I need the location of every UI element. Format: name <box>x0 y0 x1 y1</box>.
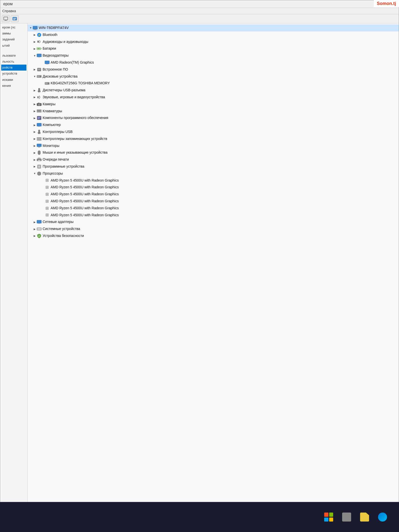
toolbar <box>0 14 399 23</box>
svg-rect-5 <box>13 19 15 20</box>
svg-text:⚡: ⚡ <box>37 33 41 37</box>
windows-logo <box>324 513 333 522</box>
battery-icon <box>37 46 42 51</box>
ryzen3-icon <box>45 192 50 197</box>
file-explorer-button[interactable] <box>358 511 371 524</box>
tree-item-ryzen-6[interactable]: AMD Ryzen 5 4500U with Radeon Graphics <box>28 212 399 219</box>
svg-rect-0 <box>4 17 8 20</box>
tree-item-battery[interactable]: ▶ Батареи <box>28 45 399 52</box>
svg-rect-62 <box>38 147 40 147</box>
chevron-software: ▶ <box>33 116 37 120</box>
tree-item-usb-hub[interactable]: ▶ Диспетчеры USB-разъема <box>28 87 399 94</box>
tree-item-security[interactable]: ▶ Устройства безопасности <box>28 232 399 239</box>
label-ryzen-1: AMD Ryzen 5 4500U with Radeon Graphics <box>51 178 119 184</box>
start-button[interactable] <box>322 511 335 524</box>
svg-rect-61 <box>37 144 41 147</box>
tree-item-sound[interactable]: ▶ Звуковые, игровые и видеоустройства <box>28 94 399 101</box>
tree-item-keyboard[interactable]: ▶ Клавиатуры <box>28 108 399 115</box>
edge-browser-icon <box>378 513 387 522</box>
label-toshiba: KBG40ZNT256G TOSHIBA MEMORY <box>51 80 110 86</box>
tree-item-network[interactable]: ▶ Сетевые адаптеры <box>28 218 399 225</box>
tree-item-cpu[interactable]: ▼ <box>28 170 399 177</box>
win-logo-q1 <box>324 513 328 517</box>
sound-icon <box>37 95 42 100</box>
svg-rect-40 <box>37 110 38 111</box>
sidebar-item-6[interactable]: льность <box>1 59 26 65</box>
tree-item-disk[interactable]: ▼ Дисковые устройства <box>28 73 399 80</box>
chevron-radeon <box>41 61 45 65</box>
menu-item-help[interactable]: Справка <box>2 9 16 13</box>
svg-rect-20 <box>38 69 40 69</box>
edge-button[interactable] <box>376 511 389 524</box>
tree-item-computer[interactable]: ▶ Компьютер <box>28 121 399 128</box>
task-view-icon <box>342 513 351 522</box>
svg-rect-54 <box>38 132 41 133</box>
tree-item-program[interactable]: ▶ Программные устройства <box>28 163 399 170</box>
tree-item-bluetooth[interactable]: ▶ ⚡ Bluetooth <box>28 31 399 38</box>
task-view-button[interactable] <box>340 511 353 524</box>
win-logo-q2 <box>329 513 333 517</box>
tree-item-display[interactable]: ▼ Видеоадаптеры <box>28 52 399 59</box>
sidebar-item-0[interactable]: ером (лс <box>1 24 26 30</box>
sidebar-item-1[interactable]: аммы <box>1 30 26 36</box>
svg-rect-98 <box>37 220 41 223</box>
network-icon <box>37 219 42 224</box>
svg-rect-91 <box>46 194 48 195</box>
tree-item-print[interactable]: ▶ Очереди печати <box>28 156 399 163</box>
label-ryzen-5: AMD Ryzen 5 4500U with Radeon Graphics <box>51 205 119 211</box>
svg-point-37 <box>39 104 40 105</box>
sidebar-item-9[interactable]: исками <box>1 77 26 83</box>
tree-item-monitor[interactable]: ▶ Мониторы <box>28 142 399 149</box>
svg-rect-99 <box>38 223 40 224</box>
tree-item-ryzen-4[interactable]: AMD Ryzen 5 4500U with Radeon Graphics <box>28 198 399 205</box>
software-icon <box>37 115 42 120</box>
tree-item-usb-ctrl[interactable]: ▶ Контроллеры USB <box>28 128 399 135</box>
label-program: Программные устройства <box>43 164 84 170</box>
sidebar-item-10[interactable]: кения <box>1 83 26 89</box>
tree-item-camera[interactable]: ▶ Камеры <box>28 101 399 108</box>
root-label: WIN-T6D8PFI474V <box>39 25 69 31</box>
tree-root[interactable]: ▼ WIN-T6D8PFI474V <box>28 24 399 31</box>
toolbar-btn-1[interactable] <box>2 15 10 22</box>
svg-rect-46 <box>40 111 41 111</box>
ryzen5-icon <box>45 206 50 211</box>
bluetooth-icon: ⚡ <box>37 32 42 37</box>
ryzen1-icon <box>45 178 50 183</box>
audio-icon <box>37 39 42 44</box>
chevron-storage: ▶ <box>33 137 37 141</box>
tree-item-ryzen-2[interactable]: AMD Ryzen 5 4500U with Radeon Graphics <box>28 184 399 191</box>
toolbar-btn-2[interactable] <box>11 15 19 22</box>
chevron-ryzen-3 <box>41 192 45 196</box>
label-ryzen-6: AMD Ryzen 5 4500U with Radeon Graphics <box>51 212 119 218</box>
tree-item-radeon[interactable]: AMD Radeon(TM) Graphics <box>28 59 399 66</box>
sidebar-item-2[interactable]: заданий <box>1 36 26 42</box>
sidebar-item-7[interactable]: ройств <box>1 65 26 71</box>
svg-rect-53 <box>38 130 40 132</box>
system-icon <box>37 226 42 231</box>
svg-point-27 <box>48 83 49 84</box>
svg-rect-87 <box>46 180 48 181</box>
chevron-disk: ▼ <box>33 74 37 78</box>
tree-item-ryzen-1[interactable]: AMD Ryzen 5 4500U with Radeon Graphics <box>28 177 399 184</box>
tree-item-software[interactable]: ▶ Компоненты программного обеспечения <box>28 114 399 121</box>
tree-item-storage[interactable]: ▶ Контроллеры запоминающих устройств <box>28 135 399 142</box>
ryzen2-icon <box>45 185 50 190</box>
sidebar-item-3[interactable]: ытий <box>1 43 26 49</box>
label-system: Системные устройства <box>43 226 80 232</box>
sidebar-item-8[interactable]: устройств <box>1 71 26 77</box>
tree-item-mouse[interactable]: ▶ Мыши и иные указывающие устройства <box>28 149 399 156</box>
chevron-computer: ▶ <box>33 123 37 127</box>
svg-rect-101 <box>37 228 41 230</box>
svg-rect-45 <box>38 111 40 111</box>
svg-rect-42 <box>39 110 40 111</box>
chevron-bluetooth: ▶ <box>33 33 37 37</box>
tree-item-ryzen-3[interactable]: AMD Ryzen 5 4500U with Radeon Graphics <box>28 191 399 198</box>
tree-item-audio[interactable]: ▶ Аудиовходы и аудиовыходы <box>28 38 399 45</box>
display-icon <box>37 53 42 58</box>
sidebar-item-5[interactable]: льзовате <box>1 53 26 59</box>
tree-item-firmware[interactable]: ▶ Встроенное ПО <box>28 66 399 73</box>
tree-item-ryzen-5[interactable]: AMD Ryzen 5 4500U with Radeon Graphics <box>28 205 399 212</box>
tree-item-system[interactable]: ▶ Системные устройства <box>28 225 399 232</box>
tree-item-toshiba[interactable]: KBG40ZNT256G TOSHIBA MEMORY <box>28 80 399 87</box>
chevron-usb-hub: ▶ <box>33 88 37 92</box>
